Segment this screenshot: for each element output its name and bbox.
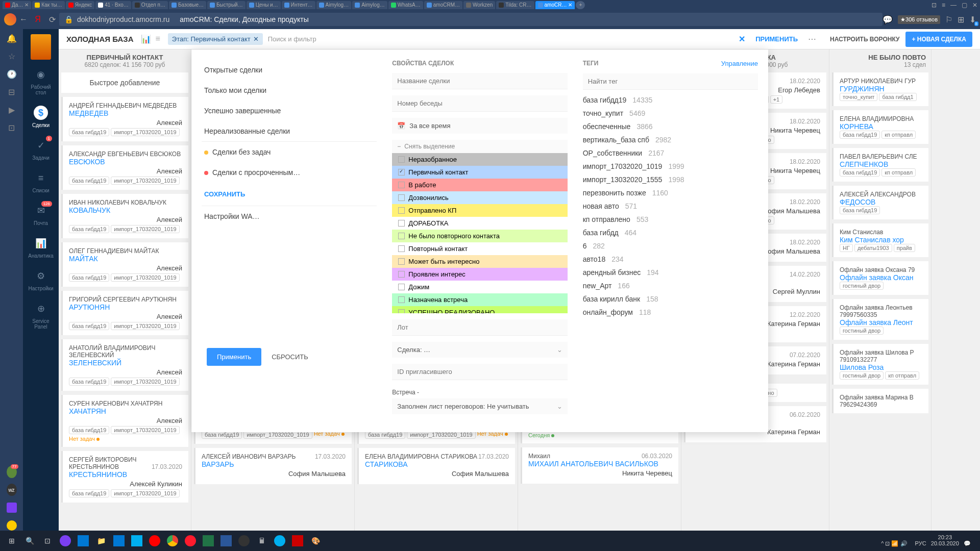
deal-card[interactable]: АРТУР НИКОЛАЕВИЧ ГУР ГУРДЖИНЯН точно_куп… [832,72,928,106]
stage-option[interactable]: Неразобранное [392,153,567,166]
stage-option[interactable]: Назначена встреча [392,293,567,306]
bell-icon[interactable]: 🔔 [7,33,17,43]
checkbox[interactable] [398,220,405,227]
tag[interactable]: база гибдд19 [69,225,109,233]
start-button[interactable]: ⊞ [4,533,19,548]
deal-card[interactable]: Офлайн заявка Леонтьев 79997560335 Офлай… [832,299,928,340]
chat-number-input[interactable] [392,95,567,112]
filter-menu-item[interactable]: Нереализованные сделки [202,121,377,141]
back-button[interactable]: ← [16,12,31,27]
clock[interactable]: ㅤ^ ⊡ 📶 🔊ㅤРУС 20:2320.03.2020 💬 [881,534,976,547]
pdf-icon[interactable] [290,533,305,548]
app-icon[interactable] [58,533,73,548]
tag[interactable]: прайв [894,244,915,252]
deal-card[interactable]: ЕЛЕНА ВЛАДИМИРОВНА КОРНЕВА база гибдд19к… [832,110,928,144]
tag[interactable]: импорт_17032020_1019 [111,378,179,386]
deal-card[interactable]: ОЛЕГ ГЕННАДИЕВИЧ МАЙТАК МАЙТАК Алексей б… [61,242,188,287]
tag[interactable]: импорт_17032020_1019 [111,128,179,136]
window-icon[interactable]: ⊡ [932,2,937,9]
tag[interactable]: гостиный двор [840,327,884,335]
maximize-icon[interactable]: ▢ [962,2,967,9]
tab[interactable]: Tilda: CR… [496,1,534,9]
tag[interactable]: база гибдд19 [69,273,109,282]
company-avatar[interactable] [31,34,51,60]
tag[interactable]: база гибдд19 [69,128,109,136]
tab[interactable]: WhatsA… [388,1,423,9]
collection-icon[interactable]: ⊟ [7,87,17,97]
tag[interactable]: импорт_17032020_1019 [111,322,179,330]
filter-menu-item[interactable]: Сделки без задач [202,142,377,162]
tag-search-input[interactable] [583,73,758,90]
stage-option[interactable]: Проявлен интерес [392,268,567,281]
tag-filter-row[interactable]: импорт_17032020_10191999 [583,162,758,170]
deal-card[interactable]: Ким Станислав Ким Станислав хор НГдебаты… [832,223,928,257]
checkbox[interactable] [398,207,405,214]
window-icon[interactable]: ≡ [942,2,945,9]
play-icon[interactable]: ▶ [7,105,17,115]
skype-icon[interactable] [272,533,287,548]
stage-option[interactable]: ДОРАБОТКА [392,217,567,230]
search-input[interactable]: Поиск и фильтр [268,35,728,43]
checkbox[interactable] [398,271,405,278]
fill-select[interactable]: Заполнен лист переговоров: Не учитывать⌄ [392,398,567,414]
pipeline-title[interactable]: ХОЛОДНАЯ БАЗА [66,35,133,43]
stage-option[interactable]: Повторный контакт [392,242,567,255]
sidebar-item-analytics[interactable]: 📊Аналитика [26,231,56,264]
sidebar-item-mail[interactable]: ✉126Почта [26,198,56,231]
apply-button[interactable]: Применить [207,348,261,366]
tab[interactable]: Быстрый… [207,1,246,9]
deal-card[interactable]: Офлайн заявка Шилова Р 79109132277 Шилов… [832,344,928,385]
tag[interactable]: база гибдд19 [69,177,109,185]
time-select[interactable]: 📅За все время [392,118,567,134]
new-tab-button[interactable]: + [576,1,585,9]
deal-select[interactable]: Сделка: …⌄ [392,342,567,358]
filter-menu-item[interactable]: Сделки с просроченным… [202,162,377,183]
lot-input[interactable] [392,319,567,336]
tag[interactable]: база гибдд19 [840,168,880,177]
configure-button[interactable]: НАСТРОИТЬ ВОРОНКУ [824,32,905,47]
opera-icon[interactable] [183,533,198,548]
ext-icon[interactable]: 77 [7,467,17,477]
checkbox[interactable] [398,284,405,290]
deal-name-input[interactable] [392,73,567,89]
tab[interactable]: Отдел п… [132,1,168,9]
tag-filter-row[interactable]: авто18234 [583,255,758,263]
deal-card[interactable]: Михаил06.03.2020 МИХАИЛ АНАТОЛЬЕВИЧ ВАСИ… [521,447,678,484]
filter-menu-item[interactable]: Открытые сделки [202,60,377,80]
yandex-icon[interactable]: Я [31,12,45,27]
stage-option[interactable]: Может быть интересно [392,255,567,268]
deal-card[interactable]: АНДРЕЙ ГЕННАДЬЕВИЧ МЕДВЕДЕВ МЕДВЕДЕВ Але… [61,97,188,141]
excel-icon[interactable] [201,533,216,548]
tag-filter-row[interactable]: база гибдд1914335 [583,96,758,104]
checkbox[interactable] [398,169,405,176]
deal-card[interactable]: ИВАН НИКОЛАЕВИЧ КОВАЛЬЧУК КОВАЛЬЧУК Алек… [61,194,188,238]
address-bar[interactable]: 🔒 dokhodniyproduct.amocrm.ru amoCRM: Сде… [59,13,883,26]
id-input[interactable] [392,364,567,380]
tag[interactable]: дебаты1903 [854,244,892,252]
deal-card[interactable]: ПАВЕЛ ВАЛЕРЬЕВИЧ СЛЕ СЛЕПЧЕНКОВ база гиб… [832,148,928,182]
checkbox[interactable] [398,194,405,201]
sidebar-item-lists[interactable]: ≡Списки [26,166,56,198]
stage-option[interactable]: Не было повторного контакта [392,230,567,242]
new-deal-button[interactable]: + НОВАЯ СДЕЛКА [905,32,972,47]
sidebar-item-settings[interactable]: ⚙Настройки [26,264,56,296]
deal-card[interactable]: Офлайн заявка Марина В 79629424369 [832,389,928,413]
tab[interactable]: Яндекс [66,1,95,9]
tag[interactable]: импорт_17032020_1019 [111,426,179,434]
tab[interactable]: amoCRM… [424,1,462,9]
yandex-icon[interactable] [7,520,17,531]
stage-option[interactable]: Отправлено КП [392,204,567,217]
sidebar-item-service[interactable]: ⊕Service Panel [26,296,56,335]
star-icon[interactable]: ☆ [7,51,17,61]
tag-filter-row[interactable]: база гибдд464 [583,229,758,237]
save-button[interactable]: СОХРАНИТЬ [202,183,377,206]
ext-icon[interactable]: ⊞ [958,15,964,24]
tag[interactable]: импорт_17032020_1019 [111,489,179,497]
minimize-icon[interactable]: — [950,2,957,9]
tab-active[interactable]: amoCR…✕ [535,1,575,9]
checkbox[interactable] [398,296,405,303]
tag-filter-row[interactable]: перезвонить позже1160 [583,189,758,197]
more-icon[interactable]: ⋯ [808,34,816,44]
tab[interactable]: Aimylog… [316,1,352,9]
tab[interactable]: 41 · Вхо… [95,1,131,9]
